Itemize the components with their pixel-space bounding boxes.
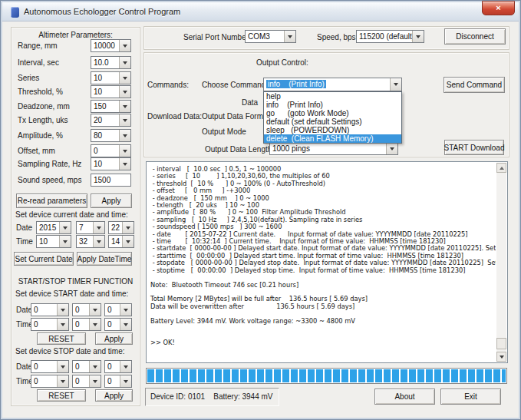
stop-time-minute-combo[interactable]: 0 [72, 375, 101, 388]
dropdown-arrow-icon[interactable] [122, 236, 134, 247]
current-time-second-combo[interactable]: 14 [108, 235, 134, 248]
dropdown-arrow-icon[interactable] [120, 375, 131, 387]
start-time-hour-value: 0 [34, 320, 57, 329]
start-date-year-combo[interactable]: 0 [31, 303, 69, 316]
dropdown-arrow-icon[interactable] [89, 304, 101, 316]
serial-port-combo[interactable]: COM3 [245, 30, 296, 43]
dropdown-arrow-icon[interactable] [119, 145, 130, 157]
start-time-hour-combo[interactable]: 0 [31, 318, 69, 331]
output-data-length-combo[interactable]: 1000 pings [269, 142, 398, 155]
dropdown-arrow-icon[interactable] [390, 78, 401, 91]
stop-apply-button[interactable]: Apply [95, 389, 133, 402]
scrollbar-down-icon[interactable] [496, 352, 506, 362]
interval-combo[interactable]: 10.0 [91, 56, 131, 69]
deadzone-combo[interactable]: 150 [91, 100, 131, 113]
speed-combo[interactable]: 115200 (default) [356, 30, 424, 43]
dropdown-arrow-icon[interactable] [120, 304, 131, 316]
apply-parameters-button[interactable]: Apply [91, 193, 132, 208]
current-date-year-combo[interactable]: 2015 [36, 221, 71, 234]
dropdown-arrow-icon[interactable] [119, 57, 130, 68]
start-download-button[interactable]: START Download [444, 140, 504, 155]
current-time-minute-combo[interactable]: 32 [76, 235, 105, 248]
dropdown-arrow-icon[interactable] [119, 101, 130, 112]
dropdown-arrow-icon[interactable] [284, 31, 295, 42]
dropdown-item-sleep[interactable]: sleep (POWERDOWN) [264, 126, 401, 134]
soundspeed-input[interactable]: 1500 [91, 174, 131, 187]
dropdown-arrow-icon[interactable] [120, 361, 131, 372]
dropdown-arrow-icon[interactable] [59, 222, 71, 233]
dropdown-arrow-icon[interactable] [89, 319, 101, 330]
title-bar[interactable]: Autonomous Echologger Control Program [2, 2, 519, 21]
exit-button[interactable]: Exit [440, 389, 501, 405]
deadzone-value: 150 [94, 102, 119, 111]
dropdown-arrow-icon[interactable] [89, 375, 101, 387]
stop-date-year-combo[interactable]: 0 [31, 360, 69, 373]
dropdown-item-go[interactable]: go (goto Work Mode) [264, 109, 401, 117]
scrollbar-thumb[interactable] [496, 338, 506, 349]
dropdown-arrow-icon[interactable] [119, 86, 130, 98]
dropdown-arrow-icon[interactable] [119, 40, 130, 51]
range-combo[interactable]: 10000 [91, 39, 131, 52]
series-combo[interactable]: 10 [91, 71, 131, 84]
scrollbar-track[interactable] [496, 163, 506, 362]
reread-parameters-button[interactable]: Re-read parameters [16, 193, 87, 208]
start-time-minute-combo[interactable]: 0 [72, 318, 101, 331]
close-button[interactable]: × [482, 1, 515, 15]
about-button[interactable]: About [374, 389, 435, 405]
current-time-label: Time [16, 237, 33, 246]
dropdown-arrow-icon[interactable] [89, 361, 101, 372]
offset-combo[interactable]: 0 [91, 144, 131, 157]
set-current-date-button[interactable]: Set Current Date [14, 252, 74, 266]
start-date-month-combo[interactable]: 0 [72, 303, 101, 316]
stop-time-hour-combo[interactable]: 0 [31, 375, 69, 388]
dropdown-item-info[interactable]: info (Print Info) [264, 101, 401, 109]
threshold-combo[interactable]: 10 [91, 85, 131, 98]
stop-time-second-value: 0 [107, 377, 120, 385]
dropdown-arrow-icon[interactable] [386, 143, 397, 154]
dropdown-arrow-icon[interactable] [119, 72, 130, 84]
scrollbar-up-icon[interactable] [496, 163, 506, 173]
disconnect-button[interactable]: Disconnect [444, 28, 506, 45]
txlength-combo[interactable]: 20 [91, 114, 131, 127]
dropdown-arrow-icon[interactable] [119, 114, 130, 126]
dropdown-arrow-icon[interactable] [93, 222, 104, 233]
dropdown-arrow-icon[interactable] [122, 222, 134, 233]
send-command-button[interactable]: Send Command [444, 77, 505, 93]
stop-reset-button[interactable]: RESET [37, 389, 86, 402]
stop-date-month-value: 0 [75, 362, 89, 371]
output-data-length-label: Output Data Length [205, 145, 272, 154]
current-time-hour-combo[interactable]: 10 [36, 235, 71, 248]
stop-date-month-combo[interactable]: 0 [72, 360, 101, 373]
sampling-rate-combo[interactable]: 10 [91, 157, 131, 170]
stop-date-day-combo[interactable]: 0 [104, 360, 132, 373]
sampling-rate-value: 10 [94, 160, 119, 168]
dropdown-item-help[interactable]: help [264, 92, 401, 101]
choose-command-combo[interactable]: info (Print Info) [263, 78, 402, 91]
start-apply-button[interactable]: Apply [95, 332, 133, 345]
output-data-format-label: Output Data Format [202, 112, 269, 121]
current-date-month-combo[interactable]: 7 [76, 221, 105, 234]
dropdown-arrow-icon[interactable] [57, 304, 68, 316]
range-value: 10000 [94, 41, 119, 50]
dropdown-arrow-icon[interactable] [57, 361, 68, 372]
start-date-label: Date [16, 306, 32, 314]
start-time-second-combo[interactable]: 0 [104, 318, 132, 331]
dropdown-arrow-icon[interactable] [412, 31, 424, 42]
dropdown-arrow-icon[interactable] [59, 236, 71, 247]
dropdown-arrow-icon[interactable] [57, 375, 68, 387]
dropdown-item-default[interactable]: default (set default Settings) [264, 117, 401, 126]
start-reset-button[interactable]: RESET [37, 332, 86, 345]
dropdown-arrow-icon[interactable] [119, 130, 130, 141]
dropdown-arrow-icon[interactable] [93, 236, 104, 247]
dropdown-item-delete[interactable]: delete (Clean FLASH Memory) [264, 134, 401, 143]
dropdown-arrow-icon[interactable] [57, 319, 68, 330]
stop-time-second-combo[interactable]: 0 [104, 375, 132, 388]
current-date-day-combo[interactable]: 22 [108, 221, 134, 234]
stop-time-minute-value: 0 [75, 377, 89, 385]
dropdown-arrow-icon[interactable] [119, 158, 130, 170]
console-output[interactable]: - interval [ 10.0 sec ] 0.5, 1 ~ 100000 … [146, 161, 508, 363]
amplitude-combo[interactable]: 80 [91, 129, 131, 142]
dropdown-arrow-icon[interactable] [120, 319, 131, 330]
apply-datetime-button[interactable]: Apply DateTime [77, 252, 132, 266]
start-date-day-combo[interactable]: 0 [104, 303, 132, 316]
